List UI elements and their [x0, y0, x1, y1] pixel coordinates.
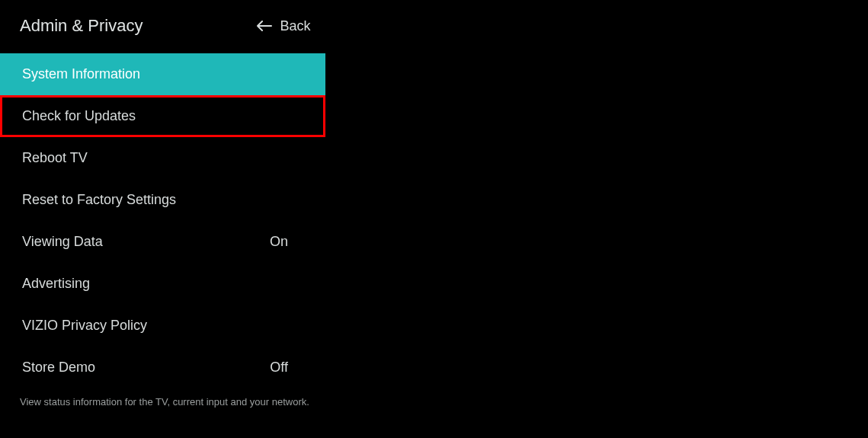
menu-item-label: VIZIO Privacy Policy: [22, 318, 288, 334]
menu-item-viewing-data[interactable]: Viewing Data On: [0, 221, 325, 263]
footer-description: View status information for the TV, curr…: [0, 388, 868, 415]
menu-item-label: Advertising: [22, 276, 288, 292]
back-arrow-icon: [257, 21, 272, 31]
menu-item-value: On: [270, 234, 303, 250]
menu-item-label: Check for Updates: [22, 108, 288, 124]
back-label: Back: [280, 18, 310, 34]
menu-item-system-information[interactable]: System Information: [0, 53, 325, 95]
back-button[interactable]: Back: [257, 18, 310, 34]
header: Admin & Privacy Back: [0, 0, 868, 38]
menu-item-label: Reset to Factory Settings: [22, 192, 288, 208]
menu-item-label: System Information: [22, 66, 288, 82]
menu-container: System Information Check for Updates Reb…: [0, 53, 325, 388]
menu-item-label: Viewing Data: [22, 234, 270, 250]
menu-item-check-for-updates[interactable]: Check for Updates: [0, 95, 325, 137]
menu-item-reboot-tv[interactable]: Reboot TV: [0, 137, 325, 179]
menu-item-value: Off: [270, 360, 303, 376]
menu-item-label: Store Demo: [22, 360, 270, 376]
menu-item-store-demo[interactable]: Store Demo Off: [0, 347, 325, 388]
page-title: Admin & Privacy: [20, 16, 143, 36]
menu-item-reset-to-factory-settings[interactable]: Reset to Factory Settings: [0, 179, 325, 221]
menu-item-vizio-privacy-policy[interactable]: VIZIO Privacy Policy: [0, 305, 325, 347]
menu-item-advertising[interactable]: Advertising: [0, 263, 325, 305]
menu-item-label: Reboot TV: [22, 150, 288, 166]
